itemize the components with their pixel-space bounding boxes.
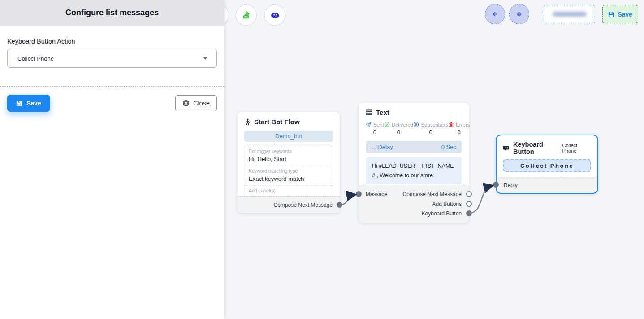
panel-header: Configure list messages xyxy=(0,0,224,26)
keyboard-action-select[interactable]: Collect Phone xyxy=(7,49,217,68)
close-button[interactable]: Close xyxy=(175,95,217,111)
subscriber-icon xyxy=(413,122,419,127)
stat-label: Sent xyxy=(373,122,384,127)
comment-dots-icon xyxy=(503,145,510,152)
toolbar-hidden-button[interactable] xyxy=(224,4,229,26)
close-button-label: Close xyxy=(193,100,210,107)
save-button[interactable]: Save xyxy=(7,95,50,112)
keyboard-node-title: Keyboard Button xyxy=(513,141,562,155)
stat-value: 0 xyxy=(397,129,400,135)
stat-errors: Errors 0 xyxy=(448,122,470,135)
delay-setting[interactable]: ... Delay 0 Sec xyxy=(366,141,462,153)
text-node-footer: Message Compose Next Message Add Buttons… xyxy=(359,185,469,223)
stat-value: 0 xyxy=(429,129,432,135)
save-button-label: Save xyxy=(26,100,41,107)
start-bot-flow-node[interactable]: Start Bot Flow Demo_bot Bot trigger keyw… xyxy=(238,112,340,213)
canvas-save-label: Save xyxy=(618,11,632,18)
stat-value: 0 xyxy=(373,129,376,135)
message-input-label: Message xyxy=(366,191,388,198)
redacted-text xyxy=(553,12,586,17)
stat-label: Subscribers xyxy=(421,122,448,127)
keyboard-action-label: Keyboard Button Action xyxy=(7,38,217,45)
compose-next-message-output-label: Compose Next Message xyxy=(403,191,462,198)
text-input-port[interactable] xyxy=(356,191,362,197)
delay-value: 0 Sec xyxy=(441,144,456,150)
save-floppy-icon xyxy=(16,100,22,106)
paper-plane-icon xyxy=(366,122,372,127)
keyboard-button-port[interactable] xyxy=(466,210,472,216)
start-output-port[interactable] xyxy=(337,202,342,208)
field-label: Bot trigger keywords xyxy=(249,149,328,154)
align-justify-icon xyxy=(366,109,372,115)
bot-button[interactable] xyxy=(264,4,285,26)
keyboard-action-value: Collect Phone xyxy=(562,143,591,153)
bot-name-pill[interactable]: Demo_bot xyxy=(244,131,333,142)
field-value: Hi, Hello, Start xyxy=(249,155,328,163)
bot-name: Demo_bot xyxy=(275,133,302,140)
select-value: Collect Phone xyxy=(17,55,203,62)
start-node-title: Start Bot Flow xyxy=(254,118,300,126)
keyboard-node-footer: Reply xyxy=(497,177,597,193)
reply-input-label: Reply xyxy=(504,182,518,188)
check-circle-icon xyxy=(384,122,390,127)
field-value: Exact keyword match xyxy=(249,175,328,183)
stat-label: Delivered xyxy=(392,122,414,127)
text-node[interactable]: Text Sent 0 Delivered 0 xyxy=(359,103,469,223)
text-node-title: Text xyxy=(376,109,389,116)
keyboard-button-node[interactable]: Keyboard Button Collect Phone Collect Ph… xyxy=(496,135,598,194)
save-floppy-icon xyxy=(608,11,614,17)
redacted-button[interactable] xyxy=(544,5,595,23)
canvas-save-button[interactable]: Save xyxy=(602,5,638,23)
add-buttons-port[interactable] xyxy=(466,201,472,207)
message-preview[interactable]: Hi #LEAD_USER_FIRST_NAME# , Welcome to o… xyxy=(366,157,462,184)
arrow-left-icon xyxy=(491,10,499,18)
fit-view-button[interactable] xyxy=(509,4,529,24)
walking-person-icon xyxy=(245,118,251,126)
field-trigger-keywords: Bot trigger keywords Hi, Hello, Start xyxy=(244,146,333,166)
compress-icon xyxy=(516,11,523,17)
collect-phone-button-label: Collect Phone xyxy=(520,162,574,169)
compose-next-message-port[interactable] xyxy=(466,191,472,197)
compose-next-message-output-label: Compose Next Message xyxy=(274,202,333,208)
start-node-footer: Compose Next Message xyxy=(238,196,340,213)
edge-text-to-keyboard xyxy=(469,186,492,213)
configure-panel: Configure list messages Keyboard Button … xyxy=(0,0,224,319)
collect-phone-button[interactable]: Collect Phone xyxy=(503,159,591,172)
panel-title: Configure list messages xyxy=(65,8,159,17)
bug-icon xyxy=(448,122,454,127)
stat-delivered: Delivered 0 xyxy=(384,122,414,135)
stat-sent: Sent 0 xyxy=(366,122,384,135)
delay-label: ... Delay xyxy=(372,144,393,150)
stat-value: 0 xyxy=(458,129,461,135)
back-button[interactable] xyxy=(485,4,505,24)
flow-canvas[interactable]: Save Start Bot Flow xyxy=(224,0,644,319)
field-label: Keyword matching type xyxy=(249,168,328,174)
keyboard-button-output-label: Keyboard Button xyxy=(422,210,462,217)
stat-label: Errors xyxy=(456,122,470,127)
field-label: Add Label(s) xyxy=(249,188,328,194)
chevron-down-icon xyxy=(203,57,207,60)
stats-row: Sent 0 Delivered 0 Subscribers xyxy=(359,118,469,135)
stack-messages-icon xyxy=(242,11,251,19)
reply-input-port[interactable] xyxy=(493,182,499,188)
stat-subscribers: Subscribers 0 xyxy=(413,122,448,135)
stack-messages-button[interactable] xyxy=(236,4,257,26)
robot-icon xyxy=(271,11,280,20)
close-circle-icon xyxy=(182,100,190,107)
add-buttons-output-label: Add Buttons xyxy=(432,201,462,208)
field-matching-type: Keyword matching type Exact keyword matc… xyxy=(244,166,333,185)
